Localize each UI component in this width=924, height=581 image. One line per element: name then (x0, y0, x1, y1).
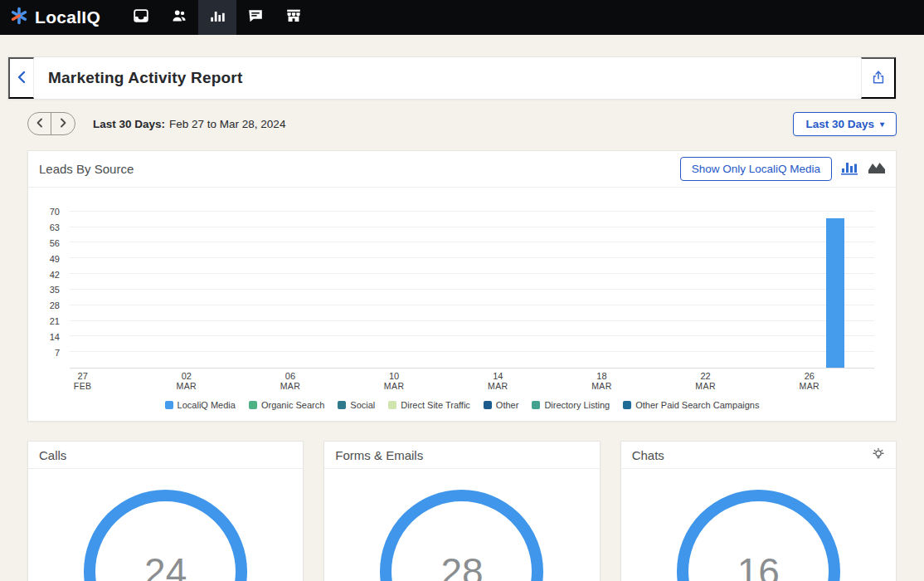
calls-card-header: Calls (28, 442, 303, 469)
next-period-button[interactable] (51, 113, 75, 134)
x-axis-tick-month: MAR (280, 381, 301, 392)
chart-bar[interactable] (826, 218, 844, 368)
gridline (70, 351, 874, 352)
legend-label: Directory Listing (544, 400, 610, 410)
inbox-tray-icon (132, 7, 150, 28)
x-axis-tick: 27FEB (74, 371, 92, 392)
chevron-left-icon (17, 71, 27, 86)
title-bar: Marketing Activity Report (7, 56, 897, 100)
summary-cards-row: Calls 24 Forms & Emails 28 Chats (27, 441, 897, 581)
legend-swatch (532, 401, 540, 409)
contacts-icon (170, 7, 188, 28)
nav-item-conversations[interactable] (236, 0, 275, 35)
x-axis-tick-month: MAR (177, 381, 197, 392)
nav-item-reports[interactable] (198, 0, 236, 35)
x-axis-tick-month: MAR (799, 381, 819, 392)
chats-card-header: Chats (621, 442, 896, 469)
x-axis-tick-month: MAR (695, 381, 716, 392)
legend-label: Other (496, 400, 519, 410)
x-axis-tick-month: MAR (488, 381, 508, 392)
bar-chart-icon (841, 160, 858, 178)
localiq-star-icon (10, 7, 28, 28)
nav-item-business[interactable] (275, 0, 313, 35)
chats-insights-button[interactable] (871, 447, 886, 464)
x-axis-tick-month: FEB (74, 381, 92, 392)
chats-count: 16 (737, 549, 780, 581)
forms-emails-card-header: Forms & Emails (324, 442, 599, 469)
nav-item-contacts[interactable] (160, 0, 198, 35)
legend-item: LocaliQ Media (165, 400, 236, 410)
y-axis-tick: 49 (50, 254, 60, 264)
area-chart-type-button[interactable] (868, 160, 886, 178)
x-axis-tick: 14MAR (488, 371, 508, 392)
date-pager (27, 112, 75, 135)
bar-chart-type-button[interactable] (841, 160, 858, 178)
date-range-prefix: Last 30 Days: (93, 118, 165, 130)
legend-item: Organic Search (249, 400, 324, 410)
gridline (70, 335, 874, 336)
forms-emails-card-title: Forms & Emails (335, 448, 423, 462)
y-axis-tick: 56 (50, 238, 60, 248)
x-axis-tick: 10MAR (384, 371, 405, 392)
nav-item-inbox[interactable] (122, 0, 160, 35)
calls-gauge-wrap: 24 (28, 490, 303, 581)
y-axis-tick: 21 (50, 316, 60, 326)
calls-gauge-ring: 24 (84, 490, 247, 581)
gridline (70, 211, 874, 212)
leads-card-toolbar: Show Only LocaliQ Media (680, 157, 886, 181)
legend-label: Other Paid Search Campaigns (635, 400, 759, 410)
leads-chart-legend: LocaliQ MediaOrganic SearchSocialDirect … (28, 393, 896, 421)
y-axis-tick: 7 (55, 348, 60, 358)
x-axis-tick: 18MAR (591, 371, 612, 392)
legend-swatch (165, 401, 173, 409)
bar-chart-icon (208, 7, 226, 28)
gridline (70, 320, 874, 321)
forms-emails-gauge-wrap: 28 (324, 490, 599, 581)
legend-swatch (623, 401, 631, 409)
legend-swatch (249, 401, 257, 409)
gridline (70, 289, 874, 290)
chats-gauge-wrap: 16 (621, 490, 896, 581)
legend-swatch (338, 401, 346, 409)
x-axis-tick-month: MAR (384, 381, 405, 392)
prev-period-button[interactable] (28, 113, 51, 134)
legend-item: Other Paid Search Campaigns (623, 400, 759, 410)
y-axis-tick: 14 (50, 332, 60, 342)
chats-gauge-ring: 16 (677, 490, 840, 581)
share-button[interactable] (861, 57, 896, 99)
legend-swatch (388, 401, 396, 409)
y-axis-tick: 70 (50, 207, 60, 217)
calls-card: Calls 24 (27, 441, 304, 581)
date-range-dropdown[interactable]: Last 30 Days ▾ (793, 112, 897, 136)
gridline (70, 305, 874, 305)
gridline (70, 257, 874, 258)
back-button[interactable] (8, 57, 34, 99)
x-axis-tick: 06MAR (280, 371, 301, 392)
leads-chart-xaxis: 27FEB02MAR06MAR10MAR14MAR18MAR22MAR26MAR (70, 369, 874, 393)
gridline (70, 227, 874, 227)
x-axis-tick-day: 22 (695, 371, 716, 381)
legend-item: Social (338, 400, 375, 410)
gridline (70, 242, 874, 242)
legend-label: Social (350, 400, 375, 410)
x-axis-tick: 22MAR (695, 371, 716, 392)
gridline (70, 273, 874, 274)
x-axis-tick: 02MAR (177, 371, 197, 392)
chevron-down-icon: ▾ (880, 120, 884, 129)
forms-emails-count: 28 (440, 549, 483, 581)
chats-card: Chats 16 (620, 441, 897, 581)
legend-label: LocaliQ Media (178, 400, 236, 410)
x-axis-tick-day: 18 (591, 371, 612, 381)
show-only-localiq-media-button[interactable]: Show Only LocaliQ Media (680, 157, 832, 181)
x-axis-tick-day: 02 (177, 371, 197, 381)
x-axis-tick-day: 27 (74, 371, 92, 381)
storefront-icon (284, 7, 303, 28)
brand-name: LocalIQ (35, 7, 100, 27)
y-axis-tick: 35 (50, 285, 60, 295)
x-axis-tick: 26MAR (799, 371, 819, 392)
area-chart-icon (868, 160, 886, 178)
legend-label: Organic Search (261, 400, 324, 410)
legend-item: Direct Site Traffic (388, 400, 470, 410)
legend-item: Other (484, 400, 519, 410)
brand-logo[interactable]: LocalIQ (0, 7, 100, 28)
